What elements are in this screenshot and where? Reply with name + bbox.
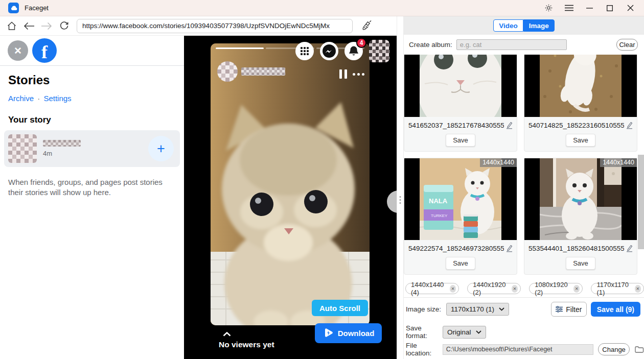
edit-pencil-icon[interactable] <box>506 122 513 129</box>
cat-photo-3: NALA TURKEY <box>420 158 501 240</box>
archive-link[interactable]: Archive <box>8 94 34 103</box>
splitter-grip-icon <box>400 196 401 204</box>
app-logo-cloud-icon <box>8 3 19 13</box>
size-tag-label: 1440x1440 (4) <box>411 281 447 296</box>
facebook-sidebar: ✕ f Stories Archive · Settings Your stor… <box>0 36 184 359</box>
browser-toolbar <box>0 16 397 36</box>
add-story-button[interactable]: + <box>148 136 174 161</box>
create-album-row: Create album: Clear <box>404 35 644 55</box>
chevron-down-icon <box>499 307 504 311</box>
chevron-down-icon <box>476 330 481 334</box>
your-story-heading: Your story <box>8 115 176 125</box>
image-thumbnail[interactable] <box>524 55 637 117</box>
edit-pencil-icon[interactable] <box>626 245 633 252</box>
save-button[interactable]: Save <box>446 134 475 147</box>
image-thumbnail[interactable]: NALA TURKEY <box>404 158 517 240</box>
file-name: 541652037_18521767843055568_45 <box>408 122 504 129</box>
save-all-button[interactable]: Save all (9) <box>591 302 640 317</box>
gear-icon[interactable] <box>544 4 553 13</box>
size-tag-label: 1440x1920 (2) <box>473 281 509 296</box>
profile-photo-blurred[interactable] <box>369 40 389 62</box>
tab-video[interactable]: Video <box>493 19 523 32</box>
remove-tag-icon[interactable]: × <box>512 285 518 293</box>
image-size-value: 1170x1170 (1) <box>451 305 494 313</box>
svg-text:NALA: NALA <box>429 197 448 205</box>
change-location-button[interactable]: Change <box>598 343 630 355</box>
create-album-label: Create album: <box>409 41 452 49</box>
image-card: 541652037_18521767843055568_45 Save <box>404 55 517 152</box>
close-icon[interactable]: ✕ <box>8 40 28 61</box>
no-viewers-label: No viewers yet <box>219 340 274 349</box>
image-card: NALA TURKEY <box>404 158 517 275</box>
facebook-header: ✕ f <box>0 36 184 66</box>
facebook-logo[interactable]: f <box>32 38 57 63</box>
stories-empty-hint: When friends, groups, and pages post sto… <box>8 177 178 198</box>
size-tag-label: 1170x1170 (1) <box>596 281 631 296</box>
messenger-icon[interactable] <box>320 42 338 60</box>
cat-photo-2 <box>540 55 622 117</box>
settings-link[interactable]: Settings <box>43 94 71 103</box>
link-separator: · <box>37 94 40 103</box>
pane-splitter[interactable] <box>397 16 404 359</box>
filter-button[interactable]: Filter <box>551 302 587 317</box>
notification-count-badge: 4 <box>356 38 366 48</box>
save-button[interactable]: Save <box>566 257 595 270</box>
apps-grid-icon[interactable] <box>295 42 314 60</box>
save-format-label: Save format: <box>406 324 443 340</box>
save-button[interactable]: Save <box>566 134 595 147</box>
story-viewer: 4 Auto Scroll Download No viewers yet <box>184 36 397 359</box>
image-size-label: Image size: <box>406 305 441 313</box>
pause-icon[interactable] <box>339 69 347 79</box>
avatar <box>8 134 37 163</box>
story-media[interactable] <box>211 43 370 325</box>
image-size-select[interactable]: 1170x1170 (1) <box>446 303 509 316</box>
remove-tag-icon[interactable]: × <box>573 285 580 293</box>
close-button[interactable] <box>626 4 635 13</box>
your-story-card[interactable]: 4m + <box>4 130 180 167</box>
size-badge: 1440x1440 <box>600 158 637 167</box>
more-options-icon[interactable] <box>353 73 364 76</box>
remove-tag-icon[interactable]: × <box>450 285 456 293</box>
panel-scrollbar[interactable] <box>638 155 644 249</box>
menu-icon[interactable] <box>564 4 573 13</box>
filter-sliders-icon <box>556 306 563 313</box>
media-type-bar: Video Image <box>404 16 644 35</box>
size-tag: 1080x1920 (2) × <box>529 283 583 294</box>
story-author-avatar <box>217 61 238 82</box>
folder-icon[interactable] <box>635 346 644 353</box>
chevron-up-icon[interactable] <box>223 330 231 338</box>
image-thumbnail[interactable] <box>404 55 517 117</box>
auto-scroll-button[interactable]: Auto Scroll <box>312 300 368 316</box>
size-tag: 1440x1920 (2) × <box>467 283 521 294</box>
clear-button[interactable]: Clear <box>616 39 638 51</box>
story-time: 4m <box>43 150 81 157</box>
title-bar: Faceget <box>0 0 644 16</box>
size-tag: 1170x1170 (1) × <box>591 283 644 294</box>
tab-image[interactable]: Image <box>523 19 555 32</box>
create-album-input[interactable] <box>456 39 567 50</box>
stories-title: Stories <box>8 73 176 87</box>
edit-pencil-icon[interactable] <box>626 122 633 129</box>
file-location-input[interactable] <box>443 344 593 355</box>
image-size-row: Image size: 1170x1170 (1) Filter Save al… <box>404 298 644 321</box>
minimize-button[interactable] <box>585 4 594 13</box>
url-input[interactable] <box>77 19 353 33</box>
refresh-icon[interactable] <box>55 18 73 34</box>
download-button[interactable]: Download <box>315 323 382 343</box>
save-format-value: Original <box>447 328 471 336</box>
clean-broom-icon[interactable] <box>359 18 374 34</box>
image-thumbnail[interactable]: 1440x1440 <box>524 158 637 240</box>
forward-icon[interactable] <box>38 18 55 34</box>
edit-pencil-icon[interactable] <box>506 245 513 252</box>
remove-tag-icon[interactable]: × <box>635 285 641 293</box>
home-icon[interactable] <box>3 18 20 34</box>
results-list: 541652037_18521767843055568_45 Save <box>404 55 644 280</box>
save-button[interactable]: Save <box>446 257 475 270</box>
maximize-button[interactable] <box>605 4 614 13</box>
size-badge: 1440x1440 <box>480 158 517 167</box>
image-card: 540714825_18522316051055568_4 Save <box>524 55 637 152</box>
back-icon[interactable] <box>20 18 38 34</box>
save-format-select[interactable]: Original <box>443 326 486 339</box>
story-author-name-blurred <box>241 67 285 76</box>
file-name: 553544401_18526048150055568_4 <box>528 245 624 252</box>
